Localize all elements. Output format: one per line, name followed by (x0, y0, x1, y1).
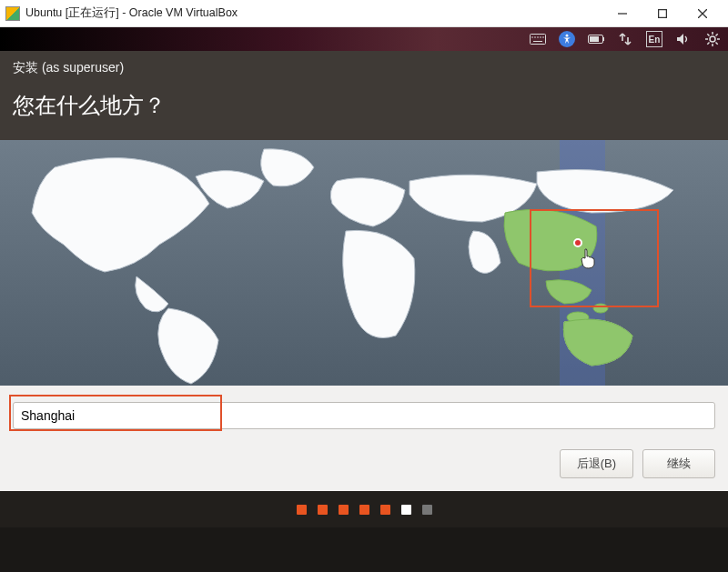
svg-point-11 (566, 35, 569, 37)
progress-dot (422, 505, 432, 515)
accessibility-icon[interactable] (559, 31, 575, 47)
svg-line-21 (716, 43, 718, 45)
virtualbox-titlebar: Ubuntu [正在运行] - Oracle VM VirtualBox (0, 0, 728, 27)
guest-screen: En 安装 (as superuser) 您在什么地方？ (0, 27, 728, 572)
svg-point-9 (540, 36, 541, 38)
maximize-button[interactable] (642, 1, 682, 26)
svg-point-8 (537, 36, 539, 38)
continue-button[interactable]: 继续 (642, 449, 715, 478)
svg-line-22 (716, 34, 718, 35)
progress-indicator (0, 491, 728, 527)
minimize-button[interactable] (602, 1, 642, 26)
virtualbox-logo-icon (5, 6, 20, 21)
progress-dot (401, 505, 411, 515)
close-button[interactable] (682, 1, 723, 26)
progress-dot (380, 505, 390, 515)
svg-rect-14 (590, 36, 599, 42)
svg-line-20 (707, 34, 709, 35)
progress-dot (297, 505, 307, 515)
svg-point-10 (542, 36, 544, 38)
window-title: Ubuntu [正在运行] - Oracle VM VirtualBox (25, 5, 238, 21)
network-icon[interactable] (617, 31, 633, 47)
footer-strip (0, 527, 728, 572)
svg-point-15 (710, 36, 715, 42)
progress-dot (359, 505, 369, 515)
keyboard-icon[interactable] (530, 31, 546, 47)
volume-icon[interactable] (675, 31, 692, 47)
timezone-map[interactable] (0, 140, 728, 386)
progress-dot (318, 505, 328, 515)
settings-gear-icon[interactable] (704, 31, 721, 47)
timezone-form: 后退(B) 继续 (0, 386, 728, 491)
progress-dot (339, 505, 349, 515)
svg-rect-4 (531, 35, 546, 45)
battery-icon[interactable] (588, 31, 604, 47)
ubuntu-top-panel: En (0, 27, 728, 51)
timezone-input[interactable] (13, 402, 715, 429)
svg-point-6 (531, 36, 533, 38)
annotation-map-highlight (530, 209, 659, 307)
page-heading: 您在什么地方？ (0, 82, 728, 140)
svg-point-7 (534, 36, 536, 38)
back-button[interactable]: 后退(B) (560, 449, 633, 478)
svg-rect-1 (659, 9, 667, 17)
installer-title: 安装 (as superuser) (0, 51, 728, 82)
svg-rect-13 (603, 37, 604, 41)
language-en-icon[interactable]: En (646, 31, 662, 47)
svg-line-23 (707, 43, 709, 45)
